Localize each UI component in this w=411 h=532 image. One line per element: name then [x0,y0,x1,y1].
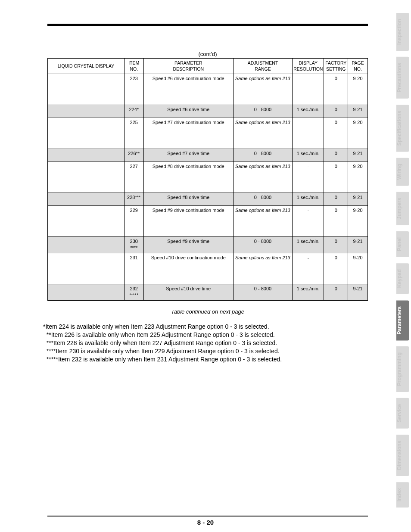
table-row: 224*Speed #6 drive time0 - 80001 sec./mi… [48,105,368,118]
cell-lcd [48,284,125,301]
cell-resolution: - [293,118,324,149]
cell-resolution: - [293,253,324,284]
th-lcd: LIQUID CRYSTAL DISPLAY [48,59,125,74]
section-tab[interactable]: Precautions [396,57,409,99]
cell-description: Speed #8 drive continuation mode [143,162,233,193]
section-tab[interactable]: Index [396,482,409,507]
cell-resolution: 1 sec./min. [293,237,324,253]
section-tab[interactable]: Panel [396,231,409,257]
cell-description: Speed #6 drive continuation mode [143,74,233,105]
cell-item-no: 227 [124,162,143,193]
cell-lcd [48,206,125,237]
cell-description: Speed #8 drive time [143,193,233,206]
cell-adjustment: 0 - 8000 [233,105,292,118]
cell-lcd [48,237,125,253]
cell-adjustment: Same options as Item 213 [233,253,292,284]
bottom-rule [47,516,368,516]
footnote-line: **Item 226 is available only when Item 2… [43,331,368,339]
cell-description: Speed #9 drive continuation mode [143,206,233,237]
cell-lcd [48,149,125,162]
cell-adjustment: 0 - 8000 [233,284,292,301]
cell-page-no: 9-20 [348,74,368,105]
section-tab[interactable]: Specifications [396,105,409,152]
cell-description: Speed #10 drive continuation mode [143,253,233,284]
cell-lcd [48,118,125,149]
cell-resolution: - [293,162,324,193]
cell-factory: 0 [324,206,348,237]
section-tab[interactable]: Parameters [396,300,409,340]
cell-description: Speed #6 drive time [143,105,233,118]
cell-item-no: 226** [124,149,143,162]
top-rule [47,24,368,26]
cell-page-no: 9-20 [348,253,368,284]
cell-factory: 0 [324,162,348,193]
cell-resolution: - [293,206,324,237]
table-row: 232 *****Speed #10 drive time0 - 80001 s… [48,284,368,301]
th-page: PAGENO. [348,59,368,74]
table-row: 226**Speed #7 drive time0 - 80001 sec./m… [48,149,368,162]
cell-description: Speed #10 drive time [143,284,233,301]
cell-factory: 0 [324,253,348,284]
table-row: 227Speed #8 drive continuation modeSame … [48,162,368,193]
th-fac: FACTORYSETTING [324,59,348,74]
footnote-line: ***Item 228 is available only when Item … [43,339,368,347]
cell-item-no: 230 **** [124,237,143,253]
section-tab[interactable]: Dimensions [396,435,409,476]
section-tab[interactable]: Wiring [396,158,409,186]
footnote-line: *****Item 232 is available only when Ite… [43,355,368,364]
cell-adjustment: Same options as Item 213 [233,206,292,237]
section-tab[interactable]: Service [396,398,409,429]
cell-factory: 0 [324,193,348,206]
table-body: 223Speed #6 drive continuation modeSame … [48,74,368,301]
cell-lcd [48,74,125,105]
table-row: 231Speed #10 drive continuation modeSame… [48,253,368,284]
footnote-line: ****Item 230 is available only when Item… [43,347,368,355]
cell-lcd [48,162,125,193]
cell-resolution: 1 sec./min. [293,105,324,118]
cell-description: Speed #7 drive time [143,149,233,162]
cell-item-no: 223 [124,74,143,105]
cell-page-no: 9-21 [348,237,368,253]
cell-lcd [48,105,125,118]
table-row: 228***Speed #8 drive time0 - 80001 sec./… [48,193,368,206]
cell-page-no: 9-21 [348,193,368,206]
th-adj: ADJUSTMENTRANGE [233,59,292,74]
th-item: ITEMNO. [124,59,143,74]
cell-resolution: 1 sec./min. [293,284,324,301]
th-desc: PARAMETERDESCRIPTION [143,59,233,74]
table-row: 229Speed #9 drive continuation modeSame … [48,206,368,237]
section-tab[interactable]: Programming [396,346,409,392]
cell-adjustment: 0 - 8000 [233,237,292,253]
section-tab[interactable]: Keypad [396,263,409,294]
cell-page-no: 9-21 [348,105,368,118]
cell-factory: 0 [324,237,348,253]
cell-item-no: 231 [124,253,143,284]
cell-resolution: 1 sec./min. [293,193,324,206]
table-header-row: LIQUID CRYSTAL DISPLAY ITEMNO. PARAMETER… [48,59,368,74]
cell-page-no: 9-20 [348,118,368,149]
cell-item-no: 225 [124,118,143,149]
side-tabs: InspectionPrecautionsSpecificationsWirin… [396,13,411,507]
cell-factory: 0 [324,118,348,149]
footnotes: *Item 224 is available only when Item 22… [43,323,368,363]
contd-label: (cont'd) [47,51,368,57]
cell-item-no: 232 ***** [124,284,143,301]
table-row: 223Speed #6 drive continuation modeSame … [48,74,368,105]
cell-item-no: 229 [124,206,143,237]
parameter-table: LIQUID CRYSTAL DISPLAY ITEMNO. PARAMETER… [47,58,368,301]
table-continued-note: Table continued on next page [47,308,368,315]
cell-adjustment: Same options as Item 213 [233,118,292,149]
cell-resolution: - [293,74,324,105]
cell-item-no: 228*** [124,193,143,206]
section-tab[interactable]: Inspection [396,13,409,51]
cell-factory: 0 [324,74,348,105]
th-res: DISPLAYRESOLUTION [293,59,324,74]
cell-description: Speed #9 drive time [143,237,233,253]
page-number: 8 - 20 [0,519,411,526]
cell-factory: 0 [324,105,348,118]
cell-adjustment: 0 - 8000 [233,149,292,162]
table-row: 230 ****Speed #9 drive time0 - 80001 sec… [48,237,368,253]
cell-adjustment: Same options as Item 213 [233,162,292,193]
table-row: 225Speed #7 drive continuation modeSame … [48,118,368,149]
section-tab[interactable]: Jumpers [396,192,409,225]
